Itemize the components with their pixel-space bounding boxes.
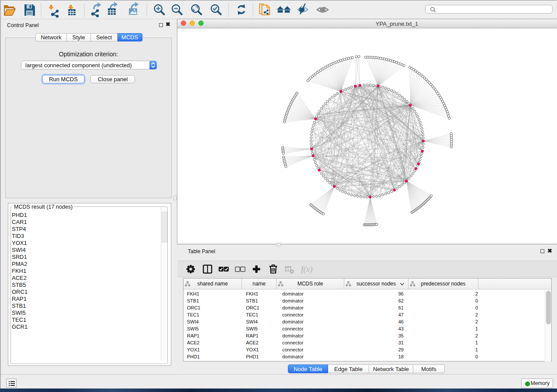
svg-text:f(x): f(x) [301,265,312,274]
